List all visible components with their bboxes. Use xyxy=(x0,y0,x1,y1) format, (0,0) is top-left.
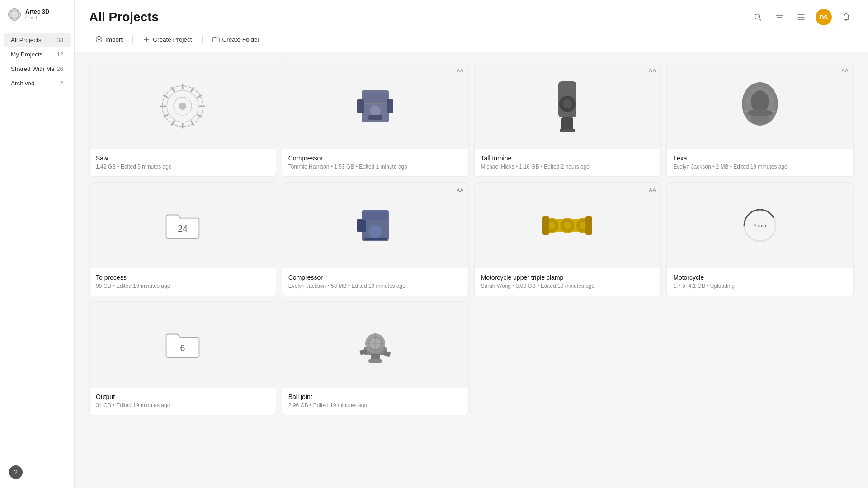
card-meta: 1,7 of 4,1 GB • Uploading xyxy=(673,283,847,289)
card-name: Lexa xyxy=(673,155,847,162)
card-info: Tall turbine Michael Hicks • 1,16 GB • E… xyxy=(475,149,661,176)
project-card-to-process[interactable]: 24 To process 98 GB • Edited 19 minutes … xyxy=(89,182,276,296)
card-name: Ball joint xyxy=(288,393,462,400)
card-meta: Evelyn Jackson • 2 MB • Edited 19 minute… xyxy=(673,164,847,170)
search-button[interactable] xyxy=(750,10,765,24)
search-icon xyxy=(754,13,762,21)
card-name: To process xyxy=(96,274,269,281)
logo-sub: Cloud xyxy=(25,15,49,20)
card-thumbnail: AA xyxy=(667,63,853,149)
svg-rect-36 xyxy=(368,115,382,120)
project-card-compressor2[interactable]: AA Compressor Evelyn Jackson • 53 MB • E… xyxy=(282,182,469,296)
card-name: Output xyxy=(96,393,269,400)
card-info: Lexa Evelyn Jackson • 2 MB • Edited 19 m… xyxy=(667,149,853,176)
card-meta: 98 GB • Edited 19 minutes ago xyxy=(96,283,269,289)
svg-point-41 xyxy=(563,99,572,108)
card-info: Motorcycle 1,7 of 4,1 GB • Uploading xyxy=(667,268,853,296)
project-card-ball-joint[interactable]: Ball joint 2,96 GB • Edited 19 minutes a… xyxy=(282,301,469,415)
project-card-motorcycle-clamp[interactable]: AA Motorcycle upper triple clamp Sarah W… xyxy=(474,182,661,296)
project-card-saw[interactable]: Saw 1,42 GB • Edited 5 minutes ago xyxy=(89,63,276,177)
header-top: All Projects xyxy=(89,9,854,33)
svg-rect-48 xyxy=(751,116,769,123)
card-name: Motorcycle xyxy=(673,274,847,281)
create-folder-button[interactable]: Create Folder xyxy=(206,33,266,46)
card-info: Compressor Evelyn Jackson • 53 MB • Edit… xyxy=(282,268,468,296)
project-card-motorcycle[interactable]: 2 min Motorcycle 1,7 of 4,1 GB • Uploadi… xyxy=(666,182,854,296)
sidebar-item-all-projects[interactable]: All Projects 38 xyxy=(4,33,71,47)
card-meta: 2,96 GB • Edited 19 minutes ago xyxy=(288,402,462,408)
card-thumbnail: 6 xyxy=(90,302,276,388)
toolbar: Import Create Project Create Folder xyxy=(89,33,854,52)
svg-rect-62 xyxy=(542,216,549,235)
filter-icon xyxy=(775,13,783,21)
main-area: All Projects xyxy=(75,0,868,488)
folder-plus-icon xyxy=(212,36,220,43)
project-card-compressor1[interactable]: AA Compressor Tommie Harrison • 1,53 GB … xyxy=(282,63,469,177)
svg-text:24: 24 xyxy=(178,223,188,233)
card-name: Motorcycle upper triple clamp xyxy=(481,274,655,281)
svg-text:6: 6 xyxy=(180,343,185,352)
sidebar-nav: All Projects 38 My Projects 12 Shared Wi… xyxy=(0,33,74,91)
sidebar-item-shared-with-me[interactable]: Shared With Me 26 xyxy=(4,62,71,76)
projects-grid: Saw 1,42 GB • Edited 5 minutes ago AA Co… xyxy=(89,63,854,415)
card-meta: 1,42 GB • Edited 5 minutes ago xyxy=(96,164,269,170)
card-thumbnail: AA xyxy=(475,183,661,268)
card-name: Saw xyxy=(96,155,269,162)
svg-rect-52 xyxy=(362,212,387,220)
create-project-button[interactable]: Create Project xyxy=(137,33,198,46)
header-actions-right: DS xyxy=(750,9,854,25)
toolbar-separator-1 xyxy=(132,35,133,44)
card-thumbnail: AA xyxy=(282,183,468,268)
svg-rect-34 xyxy=(364,93,387,102)
card-info: Ball joint 2,96 GB • Edited 19 minutes a… xyxy=(282,388,468,415)
menu-icon xyxy=(797,13,805,21)
sidebar: Artec 3D Cloud All Projects 38 My Projec… xyxy=(0,0,75,488)
svg-point-0 xyxy=(8,8,21,21)
card-meta: Sarah Wong • 3,00 GB • Edited 19 minutes… xyxy=(481,283,655,289)
card-thumbnail: 2 min xyxy=(667,183,853,268)
artec-logo-icon xyxy=(7,7,22,22)
card-name: Compressor xyxy=(288,155,462,162)
svg-point-47 xyxy=(747,109,773,117)
card-info: Output 34 GB • Edited 19 minutes ago xyxy=(90,388,276,415)
card-meta: 34 GB • Edited 19 minutes ago xyxy=(96,402,269,408)
logo-name: Artec 3D xyxy=(25,9,49,15)
svg-rect-51 xyxy=(357,219,366,232)
card-name: Tall turbine xyxy=(481,155,655,162)
svg-rect-54 xyxy=(364,238,387,240)
shared-icon: AA xyxy=(841,68,849,73)
page-title: All Projects xyxy=(89,10,159,24)
content-area: Saw 1,42 GB • Edited 5 minutes ago AA Co… xyxy=(75,52,868,488)
menu-button[interactable] xyxy=(794,10,808,24)
svg-rect-39 xyxy=(561,84,574,90)
card-info: Saw 1,42 GB • Edited 5 minutes ago xyxy=(90,149,276,176)
card-info: To process 98 GB • Edited 19 minutes ago xyxy=(90,268,276,296)
project-card-lexa[interactable]: AA Lexa Evelyn Jackson • 2 MB • Edited 1… xyxy=(666,63,854,177)
project-card-output[interactable]: 6 Output 34 GB • Edited 19 minutes ago xyxy=(89,301,276,415)
svg-rect-33 xyxy=(387,99,393,113)
import-button[interactable]: Import xyxy=(89,33,129,46)
notifications-button[interactable] xyxy=(839,10,854,24)
svg-rect-43 xyxy=(560,129,575,132)
card-thumbnail: AA xyxy=(475,63,661,149)
shared-icon: AA xyxy=(649,187,656,192)
card-name: Compressor xyxy=(288,274,462,281)
svg-rect-74 xyxy=(368,359,382,363)
svg-point-3 xyxy=(755,14,760,19)
svg-point-35 xyxy=(370,105,381,116)
sidebar-item-archived[interactable]: Archived 2 xyxy=(4,76,71,90)
card-thumbnail: 24 xyxy=(90,183,276,268)
filter-button[interactable] xyxy=(772,10,787,24)
card-meta: Tommie Harrison • 1,53 GB • Edited 1 min… xyxy=(288,164,462,170)
sidebar-item-my-projects[interactable]: My Projects 12 xyxy=(4,47,71,61)
card-info: Motorcycle upper triple clamp Sarah Wong… xyxy=(475,268,661,296)
svg-point-59 xyxy=(564,222,571,229)
header: All Projects xyxy=(75,0,868,52)
project-card-tall-turbine[interactable]: AA Tall turbine Michael Hicks • 1,16 GB … xyxy=(474,63,661,177)
svg-rect-63 xyxy=(585,216,592,235)
card-meta: Evelyn Jackson • 53 MB • Edited 19 minut… xyxy=(288,283,462,289)
svg-point-18 xyxy=(179,103,186,110)
user-avatar[interactable]: DS xyxy=(816,9,832,25)
svg-rect-76 xyxy=(383,351,391,357)
help-button[interactable]: ? xyxy=(9,465,23,479)
